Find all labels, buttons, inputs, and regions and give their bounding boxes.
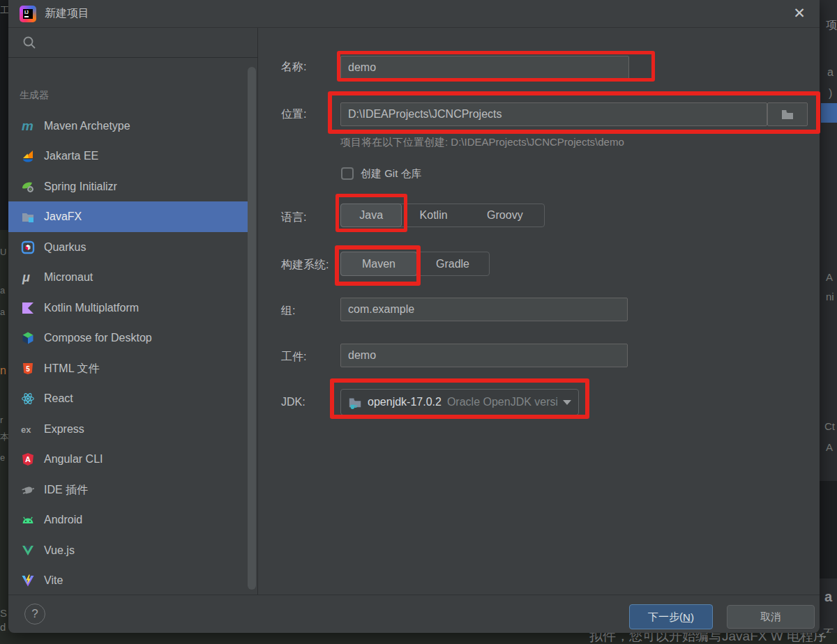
sidebar-item-label: Quarkus: [44, 241, 86, 254]
background-ide-right-dark: [820, 481, 837, 578]
build-option-gradle[interactable]: Gradle: [416, 252, 489, 275]
bg-fragment: S: [0, 608, 7, 618]
intellij-idea-logo-icon: IJ: [20, 6, 36, 22]
search-icon: [22, 36, 36, 49]
react-icon: [21, 392, 35, 406]
sidebar-item-label: Vue.js: [44, 544, 75, 557]
bg-fragment: r: [0, 415, 3, 424]
group-label: 组:: [281, 304, 295, 319]
location-label: 位置:: [281, 107, 306, 122]
chevron-down-icon: [563, 400, 571, 405]
jdk-dropdown[interactable]: openjdk-17.0.2 Oracle OpenJDK versior: [340, 389, 579, 415]
plugin-icon: [21, 483, 35, 497]
sidebar-item-express[interactable]: ex Express: [8, 414, 254, 445]
bg-fragment: n: [0, 365, 6, 376]
bg-fragment: a: [0, 307, 5, 316]
sidebar-item-label: Vite: [44, 574, 63, 587]
git-repo-label: 创建 Git 仓库: [361, 167, 422, 181]
micronaut-icon: μ: [21, 270, 35, 284]
compose-icon: [21, 331, 35, 345]
browse-folder-button[interactable]: [767, 102, 808, 126]
bg-fragment: A: [826, 272, 833, 282]
background-ide-bottom-strip: 拟件，您可以开始编写JavaFX W 电程序: [0, 633, 837, 644]
next-label: 下一步(: [648, 611, 683, 624]
sidebar-item-micronaut[interactable]: μ Micronaut: [8, 262, 254, 293]
quarkus-icon: [21, 240, 35, 254]
location-hint: 项目将在以下位置创建: D:\IDEAProjects\JCNCProjects…: [340, 136, 624, 149]
svg-text:μ: μ: [22, 270, 30, 284]
svg-text:5: 5: [26, 365, 30, 373]
sidebar-item-label: HTML 文件: [44, 362, 99, 376]
sidebar-item-javafx[interactable]: JavaFX: [8, 201, 254, 232]
build-option-maven[interactable]: Maven: [340, 252, 417, 276]
name-value: demo: [348, 61, 376, 74]
sidebar-item-label: Spring Initializr: [44, 181, 117, 193]
bg-fragment: a: [827, 67, 834, 78]
next-button[interactable]: 下一步(N): [629, 604, 713, 629]
kotlin-icon: [21, 301, 35, 315]
artifact-input[interactable]: demo: [340, 344, 628, 367]
bg-fragment: ni: [826, 291, 834, 302]
dialog-footer: ? 下一步(N) 取消: [8, 595, 820, 633]
next-label-close: ): [691, 611, 694, 623]
sidebar-item-kotlin-multiplatform[interactable]: Kotlin Multiplatform: [8, 293, 254, 323]
sidebar-item-ide-plugin[interactable]: IDE 插件: [8, 475, 254, 505]
language-label: 语言:: [281, 210, 306, 225]
close-icon[interactable]: ✕: [790, 4, 808, 22]
help-button[interactable]: ?: [24, 604, 45, 624]
sidebar-item-vuejs[interactable]: Vue.js: [8, 535, 254, 566]
svg-text:A: A: [25, 455, 31, 463]
name-input[interactable]: demo: [340, 56, 629, 79]
sidebar-item-label: Compose for Desktop: [44, 332, 152, 344]
sidebar-item-label: Express: [44, 423, 84, 436]
jakarta-ee-icon: [21, 149, 35, 163]
language-segmented-control: Java Kotlin Groovy: [340, 204, 545, 227]
sidebar-item-label: IDE 插件: [44, 483, 88, 498]
sidebar-item-label: Jakarta EE: [44, 150, 98, 162]
sidebar-item-label: JavaFX: [44, 210, 82, 223]
sidebar-item-compose-for-desktop[interactable]: Compose for Desktop: [8, 323, 254, 353]
sidebar-item-maven-archetype[interactable]: m Maven Archetype: [8, 111, 254, 141]
folder-icon: [781, 107, 794, 121]
artifact-label: 工件:: [281, 350, 306, 365]
sidebar-item-angular-cli[interactable]: A Angular CLI: [8, 444, 254, 475]
build-system-label: 构建系统:: [281, 258, 329, 273]
bg-fragment: 项: [826, 20, 837, 31]
sidebar-item-vite[interactable]: Vite: [8, 565, 254, 596]
sidebar-scrollbar[interactable]: [248, 67, 256, 590]
location-input[interactable]: D:\IDEAProjects\JCNCProjects: [340, 102, 767, 126]
cancel-button[interactable]: 取消: [727, 605, 815, 629]
spring-initializr-icon: [21, 180, 35, 194]
sidebar-item-html-file[interactable]: 5 HTML 文件: [8, 353, 254, 384]
dialog-title: 新建项目: [45, 6, 89, 21]
javafx-folder-icon: [21, 210, 35, 224]
svg-text:ex: ex: [21, 424, 31, 435]
sidebar-item-label: React: [44, 392, 73, 405]
vue-icon: [21, 544, 35, 558]
background-blue-chip: [821, 103, 837, 123]
sidebar-item-spring-initializr[interactable]: Spring Initializr: [8, 171, 254, 202]
sidebar-item-jakarta-ee[interactable]: Jakarta EE: [8, 141, 254, 171]
group-value: com.example: [348, 303, 414, 316]
jdk-label: JDK:: [281, 396, 306, 408]
git-repo-checkbox[interactable]: [341, 167, 354, 180]
jdk-value: openjdk-17.0.2: [368, 396, 442, 408]
sidebar-item-react[interactable]: React: [8, 383, 254, 414]
express-icon: ex: [21, 422, 35, 436]
language-option-kotlin[interactable]: Kotlin: [401, 204, 465, 227]
maven-icon: m: [21, 119, 35, 133]
build-system-segmented-control: Maven Gradle: [340, 252, 490, 276]
search-input[interactable]: [8, 28, 258, 58]
bg-fragment: A: [826, 442, 833, 452]
location-value: D:\IDEAProjects\JCNCProjects: [348, 108, 502, 121]
sidebar-item-quarkus[interactable]: Quarkus: [8, 232, 254, 263]
sidebar-item-label: Android: [44, 514, 82, 526]
language-option-groovy[interactable]: Groovy: [466, 204, 544, 227]
sidebar-item-label: Micronaut: [44, 271, 93, 284]
sidebar-item-android[interactable]: Android: [8, 505, 254, 535]
group-input[interactable]: com.example: [340, 298, 628, 321]
android-icon: [21, 513, 35, 527]
sidebar-item-label: Maven Archetype: [44, 120, 130, 132]
artifact-value: demo: [348, 349, 376, 362]
language-option-java[interactable]: Java: [340, 204, 402, 227]
